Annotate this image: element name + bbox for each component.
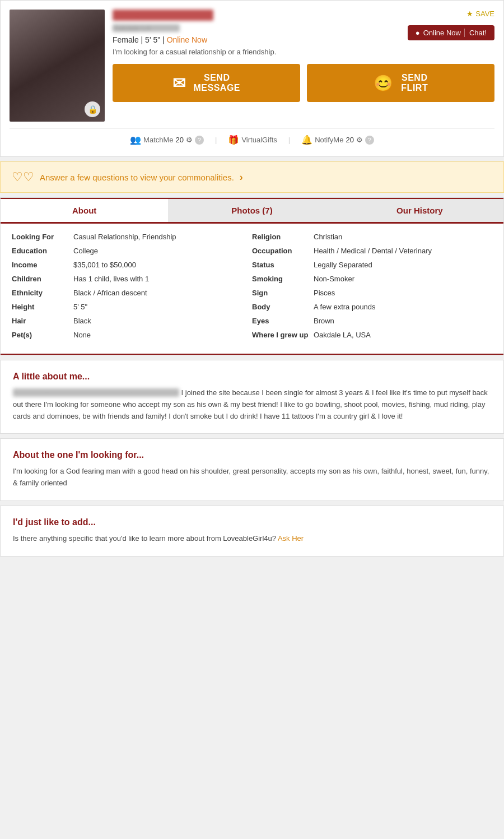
about-me-body: I'm 28, I have a 11 year old son, I'm a … <box>13 387 491 422</box>
field-row: OccupationHealth / Medical / Dental / Ve… <box>252 247 492 255</box>
bar-separator-2: | <box>288 136 290 144</box>
ask-her-link[interactable]: Ask Her <box>278 534 304 543</box>
add-section-prefix: Is there anything specific that you'd li… <box>13 534 276 543</box>
redacted-text: I'm 28, I have a 11 year old son, I'm a … <box>13 388 179 397</box>
profile-username: LoveableGirl4u <box>113 10 213 21</box>
send-message-label: SENDMESSAGE <box>193 73 240 93</box>
chat-button[interactable]: ● Online Now Chat! <box>408 25 494 40</box>
field-row: Income$35,001 to $50,000 <box>12 261 252 269</box>
field-row: SmokingNon-Smoker <box>252 275 492 283</box>
bar-separator-1: | <box>215 136 217 144</box>
matchme-settings-icon[interactable]: ⚙ <box>186 136 193 144</box>
tabs: About Photos (7) Our History <box>1 199 503 224</box>
field-row: Height5' 5" <box>12 303 252 311</box>
save-button[interactable]: ★ SAVE <box>466 10 494 18</box>
field-row: Looking ForCasual Relationship, Friendsh… <box>12 233 252 241</box>
field-label: Religion <box>252 233 314 241</box>
field-label: Education <box>12 247 73 255</box>
matchme-item[interactable]: 👥 MatchMe 20 ⚙ ? <box>130 135 204 145</box>
field-label: Hair <box>12 317 73 325</box>
notifyme-help-icon[interactable]: ? <box>365 136 374 145</box>
envelope-icon: ✉ <box>172 74 186 92</box>
profile-info: ★ SAVE LoveableGirl4u Oakdale LA Female … <box>113 10 494 102</box>
field-row: ChildrenHas 1 child, lives with 1 <box>12 275 252 283</box>
flirt-icon: 😊 <box>374 74 394 92</box>
send-flirt-button[interactable]: 😊 SENDFLIRT <box>307 64 494 102</box>
banner-text: Answer a few questions to view your comm… <box>40 173 234 182</box>
tab-about[interactable]: About <box>1 199 168 222</box>
profile-bottom-bar: 👥 MatchMe 20 ⚙ ? | 🎁 VirtualGifts | 🔔 No… <box>10 128 494 147</box>
field-label: Where I grew up <box>252 331 314 339</box>
field-label: Looking For <box>12 233 73 241</box>
field-value: Health / Medical / Dental / Veterinary <box>314 247 492 255</box>
field-value: Pisces <box>314 289 492 297</box>
field-label: Height <box>12 303 73 311</box>
profile-tagline: I'm looking for a casual relationship or… <box>113 48 494 56</box>
field-row: ReligionChristian <box>252 233 492 241</box>
add-section-title: I'd just like to add... <box>13 517 491 527</box>
tab-photos[interactable]: Photos (7) <box>168 199 335 222</box>
star-icon: ★ <box>466 10 473 18</box>
field-label: Status <box>252 261 314 269</box>
about-me-section: A little about me... I'm 28, I have a 11… <box>0 360 504 434</box>
matchme-label: MatchMe <box>143 136 173 144</box>
notifyme-item[interactable]: 🔔 NotifyMe 20 ⚙ ? <box>301 135 374 145</box>
gift-icon: 🎁 <box>228 135 239 145</box>
about-looking-section: About the one I'm looking for... I'm loo… <box>0 438 504 501</box>
field-label: Eyes <box>252 317 314 325</box>
field-value: Casual Relationship, Friendship <box>73 233 252 241</box>
notifyme-label: NotifyMe <box>315 136 343 144</box>
bottom-divider <box>1 354 503 355</box>
profile-top: 🔒 ★ SAVE LoveableGirl4u Oakdale LA Femal… <box>10 10 494 122</box>
field-value: Brown <box>314 317 492 325</box>
field-value: Has 1 child, lives with 1 <box>73 275 252 283</box>
field-value: Oakdale LA, USA <box>314 331 492 339</box>
field-label: Pet(s) <box>12 331 73 339</box>
add-section: I'd just like to add... Is there anythin… <box>0 506 504 557</box>
field-value: A few extra pounds <box>314 303 492 311</box>
field-row: StatusLegally Separated <box>252 261 492 269</box>
tab-history[interactable]: Our History <box>336 199 503 222</box>
about-looking-title: About the one I'm looking for... <box>13 450 491 460</box>
field-label: Body <box>252 303 314 311</box>
field-value: Black <box>73 317 252 325</box>
field-row: Where I grew upOakdale LA, USA <box>252 331 492 339</box>
banner-arrow-icon: › <box>240 171 243 183</box>
hearts-icon: ♡♡ <box>12 170 34 184</box>
field-row: BodyA few extra pounds <box>252 303 492 311</box>
about-section: About Photos (7) Our History Looking For… <box>0 197 504 355</box>
profile-location: Oakdale LA <box>113 24 180 32</box>
online-dot-icon: ● <box>416 29 420 37</box>
field-label: Occupation <box>252 247 314 255</box>
avatar-badge: 🔒 <box>85 101 100 117</box>
add-section-body: Is there anything specific that you'd li… <box>13 533 491 545</box>
field-value: Non-Smoker <box>314 275 492 283</box>
fields-left-col: Looking ForCasual Relationship, Friendsh… <box>12 233 252 345</box>
matchme-help-icon[interactable]: ? <box>195 136 204 145</box>
field-value: None <box>73 331 252 339</box>
online-status: Online Now <box>167 35 207 44</box>
field-value: College <box>73 247 252 255</box>
matchme-icon: 👥 <box>130 135 141 145</box>
notifyme-count: 20 <box>346 136 353 144</box>
field-label: Smoking <box>252 275 314 283</box>
field-label: Ethnicity <box>12 289 73 297</box>
field-value: Christian <box>314 233 492 241</box>
field-row: EyesBrown <box>252 317 492 325</box>
about-looking-body: I'm looking for a God fearing man with a… <box>13 466 491 489</box>
notify-icon: 🔔 <box>301 135 312 145</box>
field-label: Income <box>12 261 73 269</box>
avatar: 🔒 <box>10 10 105 122</box>
send-message-button[interactable]: ✉ SENDMESSAGE <box>113 64 300 102</box>
about-me-title: A little about me... <box>13 372 491 382</box>
field-row: EthnicityBlack / African descent <box>12 289 252 297</box>
field-row: HairBlack <box>12 317 252 325</box>
virtualgifts-item[interactable]: 🎁 VirtualGifts <box>228 135 277 145</box>
field-label: Children <box>12 275 73 283</box>
field-row: EducationCollege <box>12 247 252 255</box>
profile-card: 🔒 ★ SAVE LoveableGirl4u Oakdale LA Femal… <box>0 0 504 157</box>
notifyme-settings-icon[interactable]: ⚙ <box>356 136 363 144</box>
field-value: Black / African descent <box>73 289 252 297</box>
virtualgifts-label: VirtualGifts <box>241 136 277 144</box>
commonalities-banner[interactable]: ♡♡ Answer a few questions to view your c… <box>0 161 504 193</box>
